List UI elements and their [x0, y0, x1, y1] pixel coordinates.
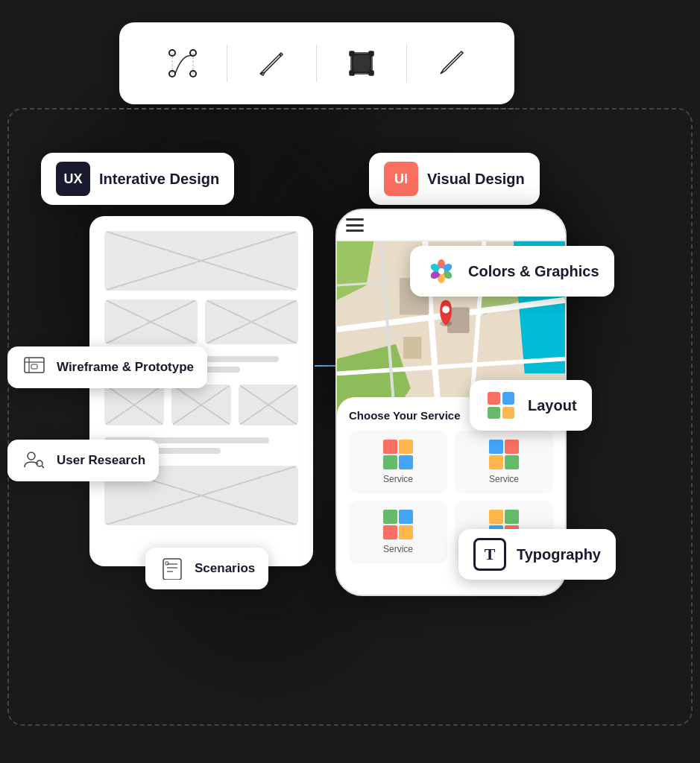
service-name-3: Service [383, 544, 413, 554]
service-icon-3 [383, 510, 413, 539]
svg-rect-12 [25, 358, 44, 373]
layout-card: Layout [470, 380, 592, 431]
svg-point-48 [438, 268, 444, 274]
bezier-curve-icon [160, 41, 205, 86]
colors-graphics-icon [425, 255, 458, 288]
layout-text: Layout [528, 397, 577, 414]
scenarios-icon [159, 555, 186, 582]
ui-badge: UI [384, 162, 418, 196]
service-icon-1 [383, 440, 413, 469]
wireframe-label: Wireframe & Prototype [7, 346, 207, 388]
user-research-icon [21, 447, 48, 474]
wireframe-panel [89, 216, 313, 566]
dotted-line-top [119, 108, 514, 110]
typography-card: T Typography [458, 529, 616, 580]
wf-block-6 [239, 384, 298, 425]
typography-text: Typography [517, 546, 601, 563]
wf-block-4 [104, 384, 164, 425]
service-name-2: Service [489, 474, 519, 484]
user-research-text: User Research [57, 453, 145, 468]
main-scene: UX Interative Design UI Visual Design [0, 0, 700, 763]
ux-label: Interative Design [99, 171, 219, 188]
pinwheel-svg [427, 257, 455, 285]
svg-point-40 [442, 306, 450, 314]
service-icon-2 [489, 440, 519, 469]
svg-rect-11 [369, 71, 373, 75]
svg-rect-8 [350, 51, 354, 56]
colors-graphics-card: Colors & Graphics [410, 246, 614, 297]
wireframe-text: Wireframe & Prototype [57, 360, 194, 375]
divider-2 [316, 45, 317, 82]
service-item-2: Service [455, 431, 553, 493]
colors-graphics-text: Colors & Graphics [468, 263, 599, 280]
pencil-icon [250, 41, 294, 86]
wf-block-5 [171, 384, 231, 425]
typography-icon: T [473, 538, 506, 571]
hamburger-icon [346, 218, 364, 232]
service-name-1: Service [383, 474, 413, 484]
wf-block-1 [104, 231, 298, 291]
wireframe-icon [21, 354, 48, 381]
svg-rect-38 [403, 337, 422, 359]
svg-rect-9 [369, 51, 373, 56]
svg-point-16 [28, 452, 35, 460]
selection-icon [339, 41, 384, 86]
service-item-1: Service [349, 431, 447, 493]
user-research-label: User Research [7, 440, 159, 481]
svg-rect-10 [350, 71, 354, 75]
scenarios-label: Scenarios [145, 548, 268, 589]
divider-1 [227, 45, 227, 82]
wf-block-3 [205, 300, 298, 344]
service-item-3: Service [349, 501, 447, 563]
ui-card: UI Visual Design [369, 153, 540, 205]
wf-block-2 [104, 300, 198, 344]
divider-3 [406, 45, 407, 82]
layout-icon [485, 389, 517, 422]
ux-card: UX Interative Design [41, 153, 234, 205]
scenarios-text: Scenarios [195, 561, 255, 576]
svg-rect-15 [31, 364, 37, 369]
ux-badge: UX [56, 162, 90, 196]
svg-rect-6 [353, 54, 371, 72]
pen-tool-icon [429, 41, 473, 86]
ui-label: Visual Design [427, 171, 525, 188]
toolbar-card [119, 22, 514, 104]
phone-top-bar [337, 210, 565, 240]
